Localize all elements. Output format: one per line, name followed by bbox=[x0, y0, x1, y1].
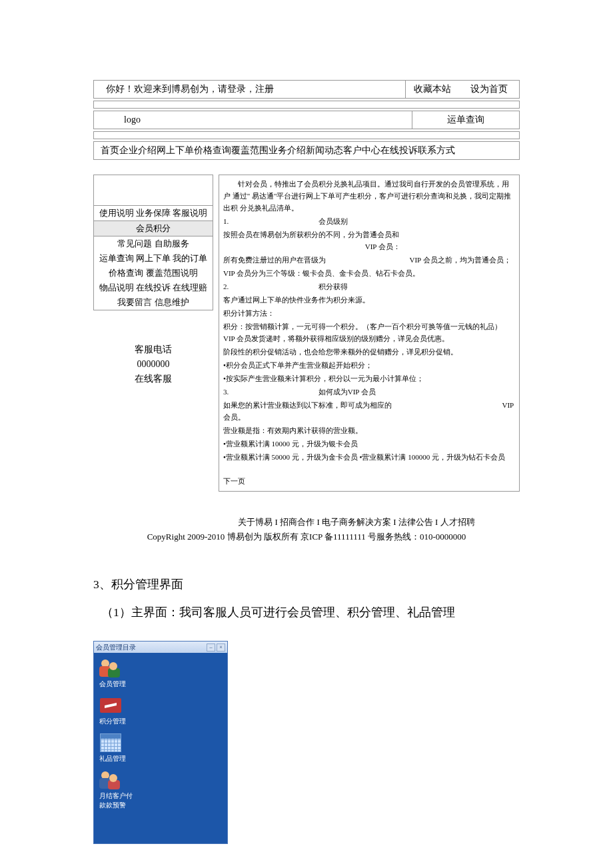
member-mgmt-label: 会员管理 bbox=[99, 679, 139, 689]
s2-line-3: 积分：按营销额计算，一元可得一个积分。（客户一百个积分可换等值一元钱的礼品） V… bbox=[223, 320, 515, 344]
sidebar-body: 使用说明 业务保障 客服说明 会员积分 常见问题 自助服务 运单查询 网上下单 … bbox=[93, 206, 213, 310]
window-close-button[interactable]: × bbox=[217, 644, 225, 651]
outline-line-2: （1）主界面：我司客服人员可进行会员管理、积分管理、礼品管理 bbox=[93, 602, 520, 622]
s3-line-2: 营业额是指：有效期内累计获得的营业额。 bbox=[223, 424, 515, 436]
member-mgmt-window: 会员管理目录 – × 会员管理 积分管理 礼品管理 月结客户付 款款预警 bbox=[93, 641, 228, 844]
sidebar-points-active[interactable]: 会员积分 bbox=[94, 220, 213, 236]
spacer-bar-1 bbox=[93, 101, 520, 109]
s3-line-1a: 如果您的累计营业额达到以下标准，即可成为相应的 bbox=[223, 401, 392, 409]
outline: 3、积分管理界面 （1）主界面：我司客服人员可进行会员管理、积分管理、礼品管理 bbox=[93, 574, 520, 622]
card-icon bbox=[99, 695, 122, 715]
s1-line-3: VIP 会员分为三个等级：银卡会员、金卡会员、钻石卡会员。 bbox=[223, 267, 515, 279]
section-3-head: 3. 如何成为VIP 会员 bbox=[223, 386, 515, 398]
footer-links[interactable]: 关于博易 I 招商合作 I 电子商务解决方案 I 法律公告 I 人才招聘 bbox=[93, 515, 520, 530]
s2-bullet-2: •按实际产生营业额来计算积分，积分以一元为最小计算单位； bbox=[223, 372, 515, 384]
outline-line-1: 3、积分管理界面 bbox=[93, 574, 520, 594]
main-nav[interactable]: 首页企业介绍网上下单价格查询覆盖范围业务介绍新闻动态客户中心在线投诉联系方式 bbox=[93, 141, 520, 160]
s2-line-2: 积分计算方法： bbox=[223, 307, 515, 319]
people-icon-2 bbox=[99, 770, 122, 790]
s1-line-2b: VIP 会员之前，均为普通会员； bbox=[410, 256, 511, 264]
article-intro: 针对会员，特推出了会员积分兑换礼品项目。通过我司自行开发的会员管理系统，用户 通… bbox=[223, 178, 515, 214]
welcome-text: 你好！欢迎来到博易创为，请登录，注册 bbox=[94, 81, 405, 98]
set-homepage-link[interactable]: 设为首页 bbox=[459, 81, 519, 98]
s2-line-4: 阶段性的积分促销活动，也会给您带来额外的促销赠分，详见积分促销。 bbox=[223, 346, 515, 358]
sidebar: 使用说明 业务保障 客服说明 会员积分 常见问题 自助服务 运单查询 网上下单 … bbox=[93, 175, 213, 492]
monthly-warning-icon[interactable]: 月结客户付 款款预警 bbox=[99, 770, 139, 810]
s2-line-1: 客户通过网上下单的快件业务作为积分来源。 bbox=[223, 294, 515, 306]
logo-text: logo bbox=[94, 111, 412, 129]
sidebar-line-2[interactable]: 常见问题 自助服务 bbox=[94, 236, 213, 251]
s1-line-1b: VIP 会员： bbox=[365, 242, 400, 250]
gift-mgmt-icon[interactable]: 礼品管理 bbox=[99, 733, 139, 763]
section-1-head: 1. 会员级别 bbox=[223, 215, 515, 227]
window-title-bar: 会员管理目录 – × bbox=[94, 642, 227, 653]
service-box: 客服电话 0000000 在线客服 bbox=[93, 342, 213, 386]
footer: 关于博易 I 招商合作 I 电子商务解决方案 I 法律公告 I 人才招聘 Cop… bbox=[93, 515, 520, 544]
sidebar-line-1[interactable]: 使用说明 业务保障 客服说明 bbox=[94, 206, 213, 220]
waybill-search-button[interactable]: 运单查询 bbox=[412, 111, 519, 129]
s2-bullet-1: •积分会员正式下单并产生营业额起开始积分； bbox=[223, 359, 515, 371]
grid-icon bbox=[99, 733, 122, 753]
people-icon bbox=[99, 658, 122, 678]
sidebar-line-4[interactable]: 物品说明 在线投诉 在线理赔 我要留言 信息维护 bbox=[94, 280, 213, 310]
spacer-bar-2 bbox=[93, 131, 520, 139]
next-page-link[interactable]: 下一页 bbox=[223, 475, 515, 487]
window-title-text: 会员管理目录 bbox=[96, 642, 205, 653]
sidebar-pad bbox=[93, 175, 213, 206]
window-minimize-button[interactable]: – bbox=[207, 644, 215, 651]
article-panel: 针对会员，特推出了会员积分兑换礼品项目。通过我司自行开发的会员管理系统，用户 通… bbox=[219, 175, 520, 492]
s1-line-1a: 按照会员在博易创为所获积分的不同，分为普通会员和 bbox=[223, 230, 399, 238]
monthly-warning-label: 月结客户付 款款预警 bbox=[99, 791, 139, 810]
s1-line-2a: 所有免费注册过的用户在晋级为 bbox=[223, 256, 326, 264]
logo-row: logo 运单查询 bbox=[93, 111, 520, 129]
gift-mgmt-label: 礼品管理 bbox=[99, 754, 139, 763]
sidebar-line-3[interactable]: 运单查询 网上下单 我的订单 价格查询 覆盖范围说明 bbox=[94, 251, 213, 280]
online-service-link[interactable]: 在线客服 bbox=[93, 372, 213, 386]
service-phone-label: 客服电话 bbox=[93, 342, 213, 357]
member-mgmt-icon[interactable]: 会员管理 bbox=[99, 658, 139, 689]
bookmark-link[interactable]: 收藏本站 bbox=[405, 81, 459, 98]
main-columns: 使用说明 业务保障 客服说明 会员积分 常见问题 自助服务 运单查询 网上下单 … bbox=[93, 175, 520, 492]
top-bar: 你好！欢迎来到博易创为，请登录，注册 收藏本站 设为首页 bbox=[93, 80, 520, 99]
points-mgmt-icon[interactable]: 积分管理 bbox=[99, 695, 139, 726]
service-phone-number: 0000000 bbox=[93, 357, 213, 372]
footer-copyright: CopyRight 2009-2010 博易创为 版权所有 京ICP 备1111… bbox=[93, 530, 520, 544]
points-mgmt-label: 积分管理 bbox=[99, 717, 139, 726]
section-2-head: 2. 积分获得 bbox=[223, 280, 515, 292]
s3-bullet-2: •营业额累计满 50000 元，升级为金卡会员 •营业额累计满 100000 元… bbox=[223, 451, 515, 463]
s3-bullet-1: •营业额累计满 10000 元，升级为银卡会员 bbox=[223, 438, 515, 450]
window-body: 会员管理 积分管理 礼品管理 月结客户付 款款预警 bbox=[94, 653, 227, 843]
